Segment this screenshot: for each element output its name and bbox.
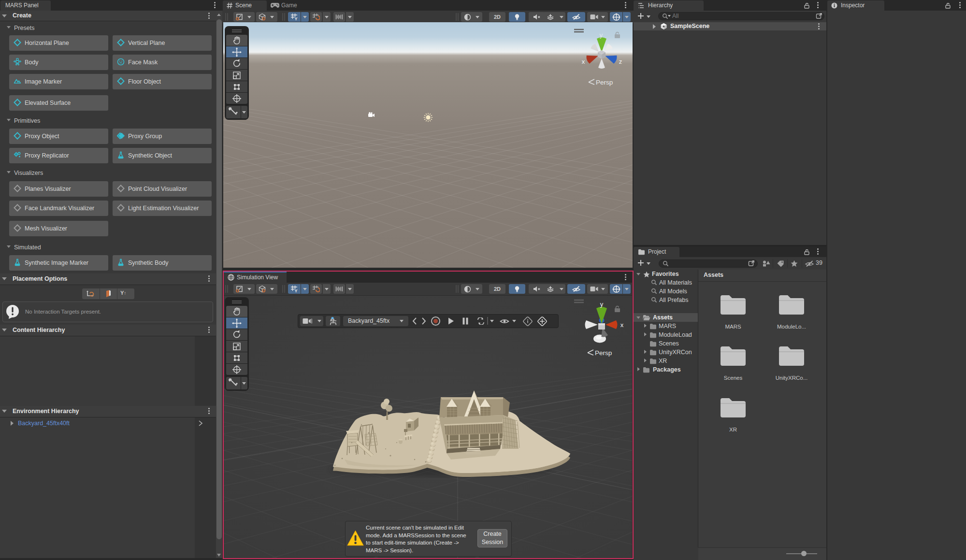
svg-text:y: y	[600, 301, 604, 308]
svg-text:Persp: Persp	[596, 79, 613, 86]
svg-text:z: z	[619, 58, 622, 65]
svg-text:Y: Y	[295, 16, 298, 21]
svg-text:Persp: Persp	[595, 349, 612, 357]
svg-text:x: x	[620, 321, 624, 329]
svg-text:y: y	[600, 31, 603, 39]
svg-text:Y: Y	[295, 288, 298, 293]
svg-text:x: x	[582, 58, 585, 65]
